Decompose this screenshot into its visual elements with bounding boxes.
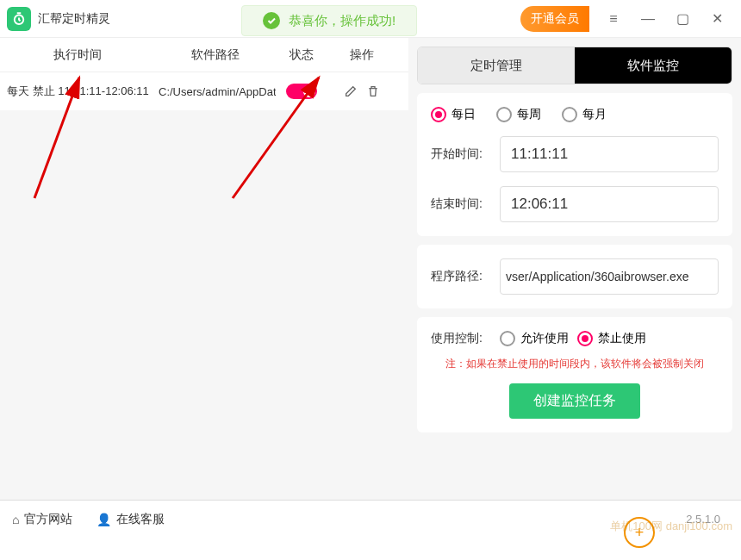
control-label: 使用控制: (431, 331, 491, 346)
menu-button[interactable]: ≡ (596, 6, 631, 32)
radio-icon (431, 107, 446, 122)
radio-icon (577, 331, 593, 346)
radio-forbid[interactable]: 禁止使用 (577, 331, 646, 346)
tab-monitor[interactable]: 软件监控 (575, 47, 732, 84)
col-status: 状态 (276, 47, 327, 63)
radio-monthly[interactable]: 每月 (562, 107, 607, 122)
config-panel: 定时管理 软件监控 每日 每周 每月 开始时间: 结束时间: 程序路径: (408, 38, 741, 500)
support-icon: 👤 (97, 513, 111, 526)
vip-button[interactable]: 开通会员 (520, 6, 589, 32)
edit-button[interactable] (342, 83, 359, 100)
close-icon: ✕ (712, 10, 723, 27)
status-toggle[interactable] (286, 84, 317, 99)
cell-time: 每天 禁止 11:11:11-12:06:11 (0, 84, 155, 99)
col-path: 软件路径 (155, 47, 276, 63)
success-toast: 恭喜你，操作成功! (241, 5, 417, 36)
table-header: 执行时间 软件路径 状态 操作 (0, 38, 408, 72)
radio-allow[interactable]: 允许使用 (500, 331, 569, 346)
tab-schedule[interactable]: 定时管理 (418, 47, 575, 84)
app-icon (7, 7, 31, 31)
delete-button[interactable] (364, 83, 382, 100)
official-site-link[interactable]: ⌂官方网站 (12, 512, 72, 527)
start-time-label: 开始时间: (431, 146, 491, 162)
radio-weekly[interactable]: 每周 (496, 107, 541, 122)
table-row[interactable]: 每天 禁止 11:11:11-12:06:11 C:/Users/admin/A… (0, 72, 408, 110)
path-input[interactable] (500, 258, 719, 295)
col-time: 执行时间 (0, 47, 155, 63)
app-title: 汇帮定时精灵 (38, 11, 110, 27)
path-label: 程序路径: (431, 269, 491, 284)
maximize-button[interactable]: ▢ (665, 6, 700, 32)
radio-icon (500, 331, 515, 346)
radio-daily[interactable]: 每日 (431, 107, 476, 122)
start-time-input[interactable] (500, 136, 719, 172)
maximize-icon: ▢ (676, 10, 689, 27)
radio-icon (562, 107, 577, 122)
end-time-label: 结束时间: (431, 196, 491, 212)
cell-path: C:/Users/admin/AppData, (155, 85, 276, 98)
menu-icon: ≡ (609, 11, 617, 27)
create-task-button[interactable]: 创建监控任务 (509, 383, 640, 419)
minimize-icon: — (641, 11, 655, 27)
warning-note: 注：如果在禁止使用的时间段内，该软件将会被强制关闭 (431, 357, 719, 371)
close-button[interactable]: ✕ (700, 6, 734, 32)
task-list-panel: 执行时间 软件路径 状态 操作 每天 禁止 11:11:11-12:06:11 … (0, 38, 408, 500)
check-icon (263, 12, 280, 29)
radio-icon (496, 107, 512, 122)
mode-tabs: 定时管理 软件监控 (417, 47, 732, 84)
home-icon: ⌂ (12, 513, 19, 526)
support-link[interactable]: 👤在线客服 (97, 512, 165, 527)
minimize-button[interactable]: — (631, 6, 665, 32)
col-action: 操作 (327, 47, 396, 63)
end-time-input[interactable] (500, 186, 719, 222)
watermark: 单机100网 danji100.com (610, 519, 732, 534)
toast-text: 恭喜你，操作成功! (289, 13, 395, 29)
